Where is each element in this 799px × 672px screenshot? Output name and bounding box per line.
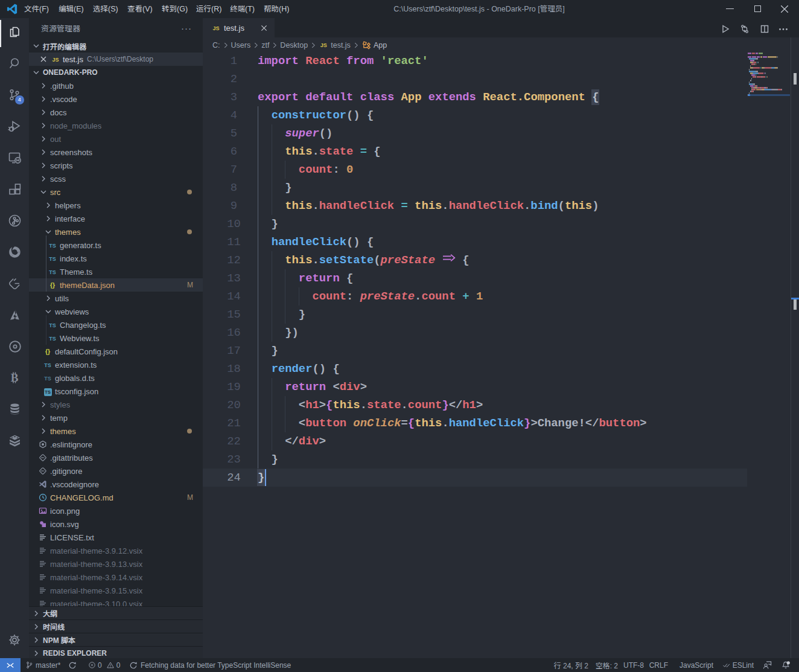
svg-text:B: B bbox=[11, 371, 19, 384]
